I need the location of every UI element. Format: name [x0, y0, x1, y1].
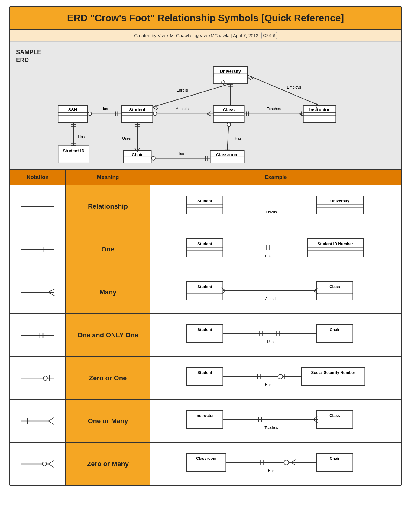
- svg-text:Chair: Chair: [132, 152, 143, 157]
- table-row: One Student Student ID Number Has: [10, 228, 401, 271]
- erd-diagram: SSN Student ID Student Chair University: [47, 48, 392, 163]
- cc-badge: cc ⓘ ⊖: [261, 32, 277, 39]
- svg-text:Has: Has: [265, 254, 271, 258]
- svg-text:Uses: Uses: [267, 340, 275, 344]
- svg-text:Student ID Number: Student ID Number: [318, 242, 353, 246]
- page-title: ERD "Crow's Foot" Relationship Symbols […: [67, 12, 344, 23]
- svg-text:Instructor: Instructor: [196, 413, 214, 418]
- svg-text:Class: Class: [329, 284, 340, 289]
- svg-line-149: [48, 418, 54, 421]
- svg-text:Has: Has: [268, 469, 274, 473]
- svg-line-180: [291, 459, 296, 462]
- meaning-zero-one: Zero or One: [66, 357, 150, 399]
- meaning-one: One: [66, 228, 150, 271]
- meaning-one-only: One and ONLY One: [66, 314, 150, 356]
- subtitle-text: Created by Vivek M. Chawla | @VivekMChaw…: [134, 33, 258, 38]
- svg-text:Chair: Chair: [330, 327, 340, 332]
- svg-text:Class: Class: [329, 413, 340, 418]
- svg-text:Enrolls: Enrolls: [177, 88, 188, 92]
- svg-line-103: [48, 292, 54, 296]
- svg-text:Student: Student: [197, 199, 212, 203]
- svg-text:Enrolls: Enrolls: [266, 210, 277, 214]
- example-one-only: Student Chair Uses: [150, 314, 401, 356]
- meaning-zero-many: Zero or Many: [66, 443, 150, 485]
- notation-one: [10, 228, 66, 271]
- header-notation: Notation: [10, 170, 66, 185]
- notation-relationship: [10, 185, 66, 228]
- example-zero-many: Classroom Chair Has: [150, 443, 401, 485]
- example-one-many: Instructor Class Teaches: [150, 400, 401, 442]
- title-bar: ERD "Crow's Foot" Relationship Symbols […: [10, 7, 401, 30]
- svg-line-59: [248, 75, 319, 105]
- example-relationship: Student University Enrolls: [150, 185, 401, 228]
- main-container: ERD "Crow's Foot" Relationship Symbols […: [9, 6, 402, 486]
- notation-many: [10, 271, 66, 313]
- svg-text:Student: Student: [197, 370, 212, 375]
- notation-zero-many: [10, 443, 66, 485]
- svg-line-63: [248, 78, 251, 80]
- svg-point-73: [227, 123, 231, 127]
- example-zero-one: Student Social Security Number Has: [150, 357, 401, 399]
- svg-line-102: [48, 289, 54, 292]
- svg-text:Chair: Chair: [330, 456, 340, 461]
- svg-text:Instructor: Instructor: [309, 107, 330, 112]
- notation-zero-one: [10, 357, 66, 399]
- table-row: Many Student Class Attends: [10, 271, 401, 314]
- svg-text:Classroom: Classroom: [196, 456, 216, 461]
- svg-point-38: [153, 112, 157, 116]
- svg-text:Has: Has: [78, 135, 85, 139]
- svg-line-150: [48, 421, 54, 424]
- svg-text:Teaches: Teaches: [267, 107, 281, 111]
- svg-text:University: University: [330, 199, 350, 203]
- svg-line-181: [291, 462, 296, 465]
- svg-text:Has: Has: [177, 152, 184, 156]
- notation-one-only: [10, 314, 66, 356]
- table-row: Relationship Student University Enrolls: [10, 185, 401, 228]
- svg-line-53: [153, 84, 231, 107]
- subtitle-bar: Created by Vivek M. Chawla | @VivekMChaw…: [10, 30, 401, 42]
- table-header: Notation Meaning Example: [10, 170, 401, 185]
- svg-text:Social Security Number: Social Security Number: [311, 370, 355, 375]
- table-row: Zero or Many Classroom Chair: [10, 443, 401, 485]
- svg-text:University: University: [220, 69, 241, 74]
- svg-line-57: [153, 107, 157, 110]
- svg-text:Classroom: Classroom: [216, 152, 238, 157]
- svg-text:Student ID: Student ID: [63, 148, 85, 153]
- meaning-one-many: One or Many: [66, 400, 150, 442]
- erd-label: SAMPLEERD: [16, 48, 41, 64]
- svg-text:Uses: Uses: [122, 136, 131, 141]
- svg-text:Student: Student: [197, 242, 212, 246]
- svg-text:Attends: Attends: [265, 297, 277, 301]
- svg-text:Student: Student: [129, 107, 146, 112]
- svg-point-49: [152, 156, 155, 160]
- reference-table: Notation Meaning Example Relationship St…: [10, 170, 401, 485]
- table-row: One and ONLY One Student Chair Uses: [10, 314, 401, 357]
- example-many: Student Class Attends: [150, 271, 401, 313]
- table-row: One or Many Instructor Class: [10, 400, 401, 443]
- header-example: Example: [150, 170, 401, 185]
- svg-text:Student: Student: [197, 327, 212, 332]
- svg-text:Attends: Attends: [176, 107, 189, 111]
- table-row: Zero or One Student Social Security Numb…: [10, 357, 401, 400]
- svg-text:Has: Has: [265, 383, 271, 387]
- notation-one-many: [10, 400, 66, 442]
- svg-text:Has: Has: [235, 136, 241, 141]
- svg-line-167: [48, 461, 54, 464]
- svg-text:SSN: SSN: [68, 107, 77, 112]
- erd-sample-section: SAMPLEERD SSN Student ID Student C: [10, 42, 401, 170]
- header-meaning: Meaning: [66, 170, 150, 185]
- svg-line-168: [48, 464, 54, 467]
- svg-text:Employs: Employs: [287, 85, 301, 89]
- svg-text:Class: Class: [223, 107, 235, 112]
- svg-text:Student: Student: [197, 284, 212, 289]
- svg-point-133: [43, 376, 47, 380]
- meaning-relationship: Relationship: [66, 185, 150, 228]
- svg-text:Teaches: Teaches: [264, 426, 278, 430]
- meaning-many: Many: [66, 271, 150, 313]
- svg-text:Has: Has: [102, 107, 108, 111]
- example-one: Student Student ID Number Has: [150, 228, 401, 271]
- svg-point-179: [284, 460, 289, 465]
- svg-point-144: [278, 374, 283, 379]
- svg-point-166: [42, 462, 47, 466]
- svg-point-27: [88, 112, 92, 116]
